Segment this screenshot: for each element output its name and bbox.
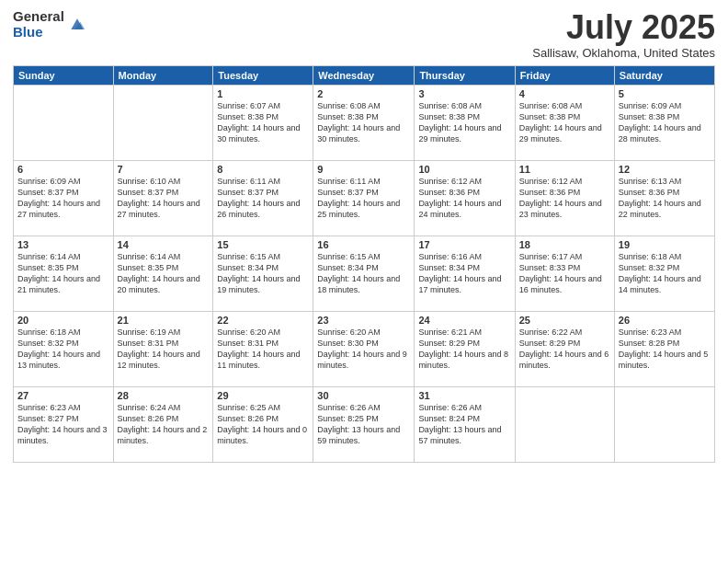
- cell-info: Sunrise: 6:08 AMSunset: 8:38 PMDaylight:…: [418, 100, 510, 145]
- day-number: 23: [317, 315, 410, 326]
- cell-info: Sunrise: 6:20 AMSunset: 8:31 PMDaylight:…: [217, 327, 309, 372]
- calendar-cell: 2Sunrise: 6:08 AMSunset: 8:38 PMDaylight…: [313, 85, 415, 160]
- sunset-text: Sunset: 8:36 PM: [519, 188, 581, 197]
- sunrise-text: Sunrise: 6:08 AM: [317, 101, 381, 110]
- day-number: 31: [418, 390, 510, 401]
- daylight-text: Daylight: 14 hours and 21 minutes.: [17, 274, 100, 294]
- calendar-cell: [614, 386, 714, 462]
- cell-info: Sunrise: 6:10 AMSunset: 8:37 PMDaylight:…: [118, 176, 210, 221]
- sunset-text: Sunset: 8:25 PM: [317, 414, 379, 423]
- daylight-text: Daylight: 14 hours and 5 minutes.: [619, 350, 709, 370]
- sunrise-text: Sunrise: 6:09 AM: [17, 177, 81, 186]
- calendar-cell: 22Sunrise: 6:20 AMSunset: 8:31 PMDayligh…: [213, 311, 313, 386]
- calendar-cell: 30Sunrise: 6:26 AMSunset: 8:25 PMDayligh…: [313, 386, 415, 462]
- cell-info: Sunrise: 6:16 AMSunset: 8:34 PMDaylight:…: [418, 251, 510, 296]
- calendar-week-3: 20Sunrise: 6:18 AMSunset: 8:32 PMDayligh…: [14, 311, 715, 386]
- sunrise-text: Sunrise: 6:18 AM: [17, 327, 81, 337]
- cell-info: Sunrise: 6:22 AMSunset: 8:29 PMDaylight:…: [519, 327, 610, 372]
- calendar-cell: 28Sunrise: 6:24 AMSunset: 8:26 PMDayligh…: [113, 386, 213, 462]
- sunset-text: Sunset: 8:32 PM: [619, 263, 680, 272]
- daylight-text: Daylight: 14 hours and 24 minutes.: [418, 199, 501, 219]
- calendar-cell: [515, 386, 614, 462]
- calendar-cell: [113, 85, 213, 160]
- calendar-cell: 17Sunrise: 6:16 AMSunset: 8:34 PMDayligh…: [415, 236, 515, 311]
- sunset-text: Sunset: 8:38 PM: [519, 112, 581, 121]
- daylight-text: Daylight: 14 hours and 2 minutes.: [118, 425, 208, 445]
- day-number: 28: [118, 390, 210, 401]
- sunrise-text: Sunrise: 6:11 AM: [317, 177, 381, 186]
- col-header-sunday: Sunday: [14, 65, 114, 85]
- day-number: 10: [418, 164, 510, 175]
- day-number: 30: [317, 390, 410, 401]
- daylight-text: Daylight: 14 hours and 13 minutes.: [17, 350, 100, 370]
- col-header-wednesday: Wednesday: [313, 65, 415, 85]
- calendar-cell: 25Sunrise: 6:22 AMSunset: 8:29 PMDayligh…: [515, 311, 614, 386]
- calendar-cell: 27Sunrise: 6:23 AMSunset: 8:27 PMDayligh…: [14, 386, 114, 462]
- sunrise-text: Sunrise: 6:14 AM: [118, 252, 181, 261]
- cell-info: Sunrise: 6:14 AMSunset: 8:35 PMDaylight:…: [118, 251, 210, 296]
- daylight-text: Daylight: 14 hours and 17 minutes.: [418, 274, 501, 294]
- col-header-friday: Friday: [515, 65, 614, 85]
- cell-info: Sunrise: 6:20 AMSunset: 8:30 PMDaylight:…: [317, 327, 410, 372]
- cell-info: Sunrise: 6:11 AMSunset: 8:37 PMDaylight:…: [317, 176, 410, 221]
- sunset-text: Sunset: 8:31 PM: [118, 339, 179, 348]
- daylight-text: Daylight: 14 hours and 6 minutes.: [519, 350, 609, 370]
- daylight-text: Daylight: 14 hours and 3 minutes.: [17, 425, 108, 445]
- daylight-text: Daylight: 14 hours and 14 minutes.: [619, 274, 701, 294]
- sunset-text: Sunset: 8:37 PM: [118, 188, 179, 197]
- calendar-cell: 20Sunrise: 6:18 AMSunset: 8:32 PMDayligh…: [14, 311, 114, 386]
- sunrise-text: Sunrise: 6:15 AM: [217, 252, 280, 261]
- sunset-text: Sunset: 8:28 PM: [619, 339, 680, 348]
- calendar-cell: 21Sunrise: 6:19 AMSunset: 8:31 PMDayligh…: [113, 311, 213, 386]
- day-number: 7: [118, 164, 210, 175]
- sunrise-text: Sunrise: 6:08 AM: [418, 101, 482, 110]
- sunrise-text: Sunrise: 6:22 AM: [519, 327, 583, 337]
- cell-info: Sunrise: 6:08 AMSunset: 8:38 PMDaylight:…: [519, 100, 610, 145]
- cell-info: Sunrise: 6:11 AMSunset: 8:37 PMDaylight:…: [217, 176, 309, 221]
- day-number: 21: [118, 315, 210, 326]
- sunrise-text: Sunrise: 6:08 AM: [519, 101, 583, 110]
- sunrise-text: Sunrise: 6:12 AM: [418, 177, 482, 186]
- calendar-cell: 1Sunrise: 6:07 AMSunset: 8:38 PMDaylight…: [213, 85, 313, 160]
- daylight-text: Daylight: 14 hours and 0 minutes.: [217, 425, 307, 445]
- day-number: 1: [217, 88, 309, 99]
- sunrise-text: Sunrise: 6:23 AM: [619, 327, 682, 337]
- sunset-text: Sunset: 8:30 PM: [317, 339, 379, 348]
- day-number: 17: [418, 239, 510, 250]
- sunrise-text: Sunrise: 6:15 AM: [317, 252, 381, 261]
- daylight-text: Daylight: 14 hours and 16 minutes.: [519, 274, 602, 294]
- calendar-cell: 19Sunrise: 6:18 AMSunset: 8:32 PMDayligh…: [614, 236, 714, 311]
- calendar-cell: 12Sunrise: 6:13 AMSunset: 8:36 PMDayligh…: [614, 160, 714, 236]
- calendar-cell: 10Sunrise: 6:12 AMSunset: 8:36 PMDayligh…: [415, 160, 515, 236]
- sunset-text: Sunset: 8:37 PM: [317, 188, 379, 197]
- sunset-text: Sunset: 8:35 PM: [118, 263, 179, 272]
- sunset-text: Sunset: 8:26 PM: [118, 414, 179, 423]
- daylight-text: Daylight: 13 hours and 57 minutes.: [418, 425, 501, 445]
- sunset-text: Sunset: 8:38 PM: [418, 112, 480, 121]
- sunrise-text: Sunrise: 6:26 AM: [418, 403, 482, 412]
- day-number: 20: [17, 315, 109, 326]
- month-title: July 2025: [532, 9, 715, 46]
- sunset-text: Sunset: 8:37 PM: [217, 188, 279, 197]
- sunset-text: Sunset: 8:29 PM: [418, 339, 480, 348]
- sunset-text: Sunset: 8:29 PM: [519, 339, 581, 348]
- calendar-cell: 3Sunrise: 6:08 AMSunset: 8:38 PMDaylight…: [415, 85, 515, 160]
- daylight-text: Daylight: 14 hours and 22 minutes.: [619, 199, 701, 219]
- logo-general: General: [13, 9, 64, 25]
- sunrise-text: Sunrise: 6:24 AM: [118, 403, 181, 412]
- day-number: 19: [619, 239, 711, 250]
- sunrise-text: Sunrise: 6:21 AM: [418, 327, 482, 337]
- calendar-cell: 4Sunrise: 6:08 AMSunset: 8:38 PMDaylight…: [515, 85, 614, 160]
- calendar-cell: 5Sunrise: 6:09 AMSunset: 8:38 PMDaylight…: [614, 85, 714, 160]
- daylight-text: Daylight: 14 hours and 27 minutes.: [17, 199, 100, 219]
- cell-info: Sunrise: 6:15 AMSunset: 8:34 PMDaylight:…: [217, 251, 309, 296]
- calendar-cell: 26Sunrise: 6:23 AMSunset: 8:28 PMDayligh…: [614, 311, 714, 386]
- calendar-cell: [14, 85, 114, 160]
- cell-info: Sunrise: 6:23 AMSunset: 8:27 PMDaylight:…: [17, 402, 109, 447]
- day-number: 5: [619, 88, 711, 99]
- calendar-cell: 29Sunrise: 6:25 AMSunset: 8:26 PMDayligh…: [213, 386, 313, 462]
- calendar-cell: 24Sunrise: 6:21 AMSunset: 8:29 PMDayligh…: [415, 311, 515, 386]
- sunrise-text: Sunrise: 6:11 AM: [217, 177, 280, 186]
- sunrise-text: Sunrise: 6:12 AM: [519, 177, 583, 186]
- sunset-text: Sunset: 8:34 PM: [418, 263, 480, 272]
